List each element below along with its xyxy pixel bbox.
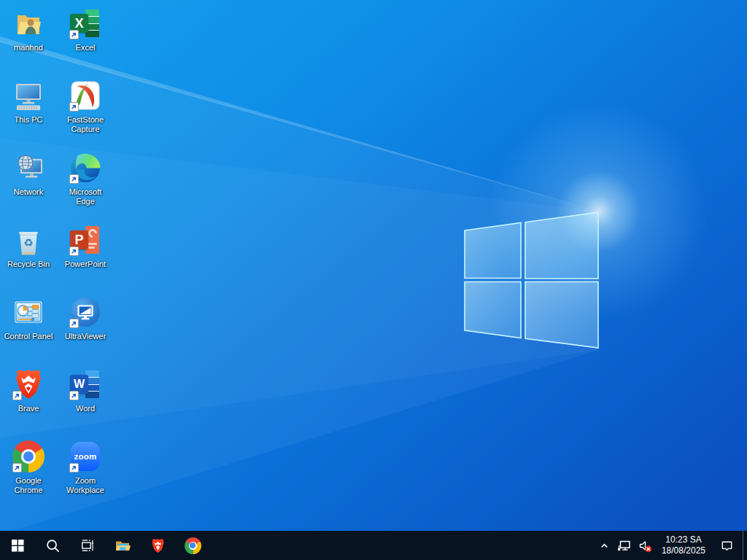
clock-date: 18/08/2025 [662, 545, 705, 556]
desktop-icon-brave[interactable]: Brave [1, 367, 56, 439]
shortcut-arrow-icon [12, 391, 22, 400]
taskbar: 10:23 SA 18/08/2025 [0, 531, 747, 560]
brave-icon [150, 537, 166, 554]
task-view-button[interactable] [70, 531, 105, 560]
shortcut-arrow-icon [69, 174, 79, 184]
chevron-up-icon [599, 540, 610, 551]
clock-time: 10:23 SA [665, 534, 701, 545]
start-button[interactable] [0, 531, 35, 560]
file-explorer-button[interactable] [105, 531, 140, 560]
desktop-icon-label: Recycle Bin [7, 260, 50, 269]
windows-desktop-screen: manhnd This PC [0, 0, 747, 560]
desktop-icon-label: Google Chrome [4, 476, 53, 495]
desktop-icon-column-2: X Excel [58, 6, 113, 511]
desktop-icon-label: FastStone Capture [61, 115, 110, 134]
network-tray-icon [617, 539, 631, 552]
chrome-icon [11, 439, 46, 474]
shortcut-arrow-icon [69, 391, 79, 400]
user-folder-icon [11, 6, 46, 41]
shortcut-arrow-icon [69, 463, 79, 472]
desktop-icon-this-pc[interactable]: This PC [1, 78, 56, 150]
network-icon [11, 150, 46, 185]
tray-overflow-button[interactable] [595, 531, 614, 560]
desktop-icon-label: Word [76, 404, 95, 413]
system-tray: 10:23 SA 18/08/2025 [595, 531, 747, 560]
taskbar-clock[interactable]: 10:23 SA 18/08/2025 [656, 531, 711, 560]
edge-icon [68, 150, 103, 185]
desktop-icon-column-1: manhnd This PC [1, 6, 56, 511]
desktop-icon-label: PowerPoint [65, 260, 106, 269]
shortcut-arrow-icon [69, 102, 79, 112]
volume-muted-icon [638, 539, 652, 553]
desktop-icon-label: Microsoft Edge [61, 187, 110, 206]
taskbar-left [0, 531, 210, 560]
desktop-icon-label: Brave [18, 404, 39, 413]
desktop-icon-faststone-capture[interactable]: FastStone Capture [58, 78, 113, 150]
desktop-icon-label: Control Panel [4, 332, 53, 341]
shortcut-arrow-icon [12, 463, 22, 472]
recycle-glyph: ♻ [23, 236, 33, 249]
zoom-icon: zoom [68, 439, 103, 474]
desktop-icon-label: Zoom Workplace [61, 476, 110, 495]
shortcut-arrow-icon [69, 246, 79, 256]
powerpoint-icon: P [68, 222, 103, 257]
desktop-icon-label: This PC [14, 115, 42, 125]
excel-icon: X [68, 6, 103, 41]
faststone-capture-icon [68, 78, 103, 113]
recycle-bin-icon: ♻ [11, 222, 46, 257]
shortcut-arrow-icon [69, 30, 79, 39]
word-icon: W [68, 367, 103, 402]
desktop-icon-label: Network [14, 187, 43, 197]
desktop-wallpaper[interactable]: manhnd This PC [0, 0, 747, 531]
action-center-button[interactable] [711, 531, 743, 560]
desktop-icon-label: UltraViewer [65, 332, 107, 341]
desktop-icon-word[interactable]: W Word [58, 367, 113, 439]
desktop-icon-ultraviewer[interactable]: UltraViewer [58, 295, 113, 367]
tray-network-button[interactable] [614, 531, 635, 560]
file-explorer-icon [114, 537, 131, 554]
search-icon [46, 539, 60, 553]
windows-logo-icon [12, 540, 24, 552]
desktop-icon-microsoft-edge[interactable]: Microsoft Edge [58, 150, 113, 222]
chrome-icon [185, 537, 201, 554]
control-panel-icon [11, 295, 46, 330]
tray-volume-button[interactable] [635, 531, 656, 560]
desktop-icon-google-chrome[interactable]: Google Chrome [1, 439, 56, 511]
taskbar-brave-button[interactable] [140, 531, 175, 560]
desktop-icon-label: Excel [76, 43, 96, 52]
task-view-icon [80, 538, 95, 553]
desktop-icon-label: manhnd [14, 43, 43, 52]
brave-icon [11, 367, 46, 402]
desktop-icon-zoom-workplace[interactable]: zoom Zoom Workplace [58, 439, 113, 511]
desktop-icon-manhnd[interactable]: manhnd [1, 6, 56, 78]
desktop-icon-excel[interactable]: X Excel [58, 6, 113, 78]
taskbar-chrome-button[interactable] [175, 531, 210, 560]
desktop-icon-control-panel[interactable]: Control Panel [1, 295, 56, 367]
this-pc-icon [11, 78, 46, 113]
show-desktop-button[interactable] [743, 531, 747, 560]
action-center-icon [720, 539, 734, 553]
ultraviewer-icon [68, 295, 103, 330]
search-button[interactable] [35, 531, 70, 560]
desktop-icon-powerpoint[interactable]: P PowerPoint [58, 222, 113, 295]
shortcut-arrow-icon [69, 319, 79, 328]
desktop-icon-network[interactable]: Network [1, 150, 56, 222]
desktop-icon-recycle-bin[interactable]: ♻ Recycle Bin [1, 222, 56, 295]
